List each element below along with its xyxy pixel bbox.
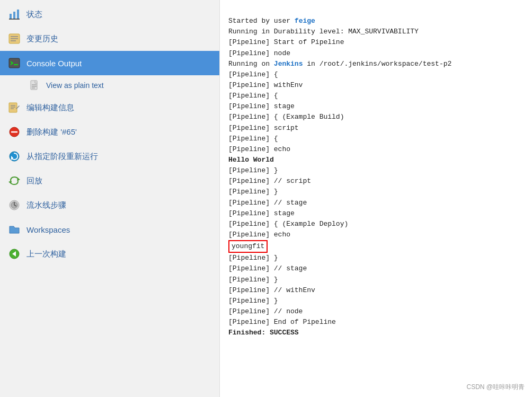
terminal-icon <box>7 56 21 70</box>
sidebar-item-console-output[interactable]: Console Output <box>0 51 219 75</box>
list-icon <box>7 32 21 46</box>
sidebar-item-status[interactable]: 状态 <box>0 2 219 27</box>
main-content: Started by user feige Running in Durabil… <box>220 0 532 397</box>
edit-icon <box>7 101 21 114</box>
highlighted-youngfit: youngfit <box>228 240 268 253</box>
sidebar-item-replay[interactable]: 回放 <box>0 169 219 193</box>
svg-marker-23 <box>17 178 20 181</box>
sidebar-item-pipeline-steps-label: 流水线步骤 <box>26 200 66 210</box>
sidebar-item-workspaces-label: Workspaces <box>26 225 70 234</box>
workspace-icon <box>7 223 21 236</box>
sidebar: 状态 变更历史 Console Output <box>0 0 220 397</box>
replay-icon <box>7 174 21 188</box>
user-link[interactable]: feige <box>295 17 315 25</box>
sidebar-item-prev-build-label: 上一次构建 <box>26 249 66 259</box>
restart-icon <box>7 149 21 163</box>
svg-rect-0 <box>10 14 12 19</box>
chart-icon <box>7 7 21 21</box>
sidebar-item-change-history[interactable]: 变更历史 <box>0 27 219 51</box>
sidebar-item-prev-build[interactable]: 上一次构建 <box>0 242 219 266</box>
sidebar-item-change-history-label: 变更历史 <box>26 34 58 44</box>
sidebar-item-edit-build-info-label: 编辑构建信息 <box>26 103 74 113</box>
jenkins-link[interactable]: Jenkins <box>274 60 303 68</box>
svg-rect-14 <box>9 103 17 112</box>
sidebar-item-workspaces[interactable]: Workspaces <box>0 217 219 242</box>
steps-icon <box>7 198 21 212</box>
sidebar-item-view-plain-text-label: View as plain text <box>46 81 104 90</box>
sidebar-item-edit-build-info[interactable]: 编辑构建信息 <box>0 95 219 120</box>
watermark: CSDN @哇咔咔明青 <box>466 383 525 392</box>
sidebar-item-console-output-label: Console Output <box>26 59 82 68</box>
svg-rect-8 <box>9 58 20 68</box>
svg-rect-2 <box>17 10 19 19</box>
sidebar-item-status-label: 状态 <box>26 10 42 20</box>
sidebar-item-pipeline-steps[interactable]: 流水线步骤 <box>0 193 219 217</box>
console-output-text: Started by user feige Running in Durabil… <box>228 5 524 349</box>
sidebar-item-restart-from-stage-label: 从指定阶段重新运行 <box>26 152 98 162</box>
sidebar-item-restart-from-stage[interactable]: 从指定阶段重新运行 <box>0 144 219 169</box>
svg-rect-1 <box>13 12 15 19</box>
file-icon <box>29 80 41 91</box>
sidebar-item-delete-build[interactable]: 删除构建 '#65' <box>0 120 219 144</box>
svg-marker-24 <box>8 181 12 184</box>
prev-icon <box>7 247 21 261</box>
delete-icon <box>7 125 21 139</box>
sidebar-item-delete-build-label: 删除构建 '#65' <box>26 127 77 137</box>
sidebar-item-view-plain-text[interactable]: View as plain text <box>0 75 219 95</box>
sidebar-item-replay-label: 回放 <box>26 176 42 186</box>
